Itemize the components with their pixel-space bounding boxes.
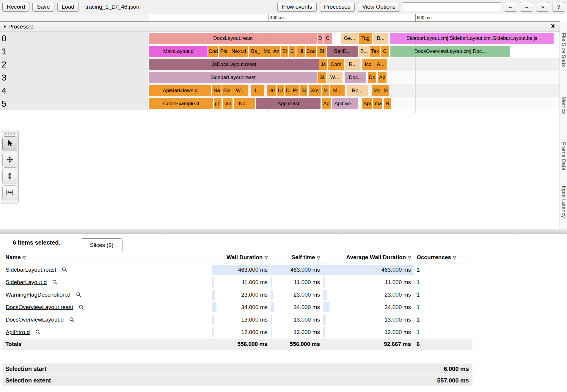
trace-slice[interactable]: Pr bbox=[291, 85, 299, 96]
trace-slice[interactable]: Ima bbox=[373, 98, 382, 109]
trace-slice[interactable]: N bbox=[384, 98, 391, 109]
trace-slice[interactable]: ApiOve... bbox=[332, 98, 358, 109]
trace-slice[interactable]: A... bbox=[374, 59, 387, 70]
trace-slice[interactable]: blo bbox=[223, 98, 233, 109]
trace-slice[interactable]: Hi bbox=[296, 46, 305, 57]
slice-name-link[interactable]: ApiIntro.d bbox=[6, 329, 30, 336]
trace-slice[interactable]: Ge... bbox=[341, 33, 358, 44]
magnifier-icon[interactable] bbox=[76, 292, 82, 298]
trace-slice[interactable]: Bs_ bbox=[249, 46, 262, 57]
trace-slice[interactable]: Ap bbox=[322, 98, 331, 109]
magnifier-icon[interactable] bbox=[78, 304, 84, 310]
magnifier-icon[interactable] bbox=[62, 267, 67, 273]
slice-name-link[interactable]: DocsOverviewLayout.d bbox=[6, 317, 64, 323]
trace-slice[interactable]: D bbox=[318, 33, 323, 44]
trace-slice[interactable]: Url bbox=[267, 85, 276, 96]
trace-slice[interactable]: Ut bbox=[277, 85, 284, 96]
disclosure-triangle-icon[interactable]: ▾ bbox=[4, 24, 6, 29]
vertical-zoom-tool-button[interactable] bbox=[2, 169, 17, 184]
trace-slice[interactable]: M bbox=[322, 85, 329, 96]
sort-icon[interactable]: ▽ bbox=[453, 255, 456, 260]
trace-slice[interactable]: Bl bbox=[281, 46, 288, 57]
trace-slice[interactable]: No... bbox=[234, 98, 255, 109]
trace-slice[interactable]: An bbox=[272, 46, 280, 57]
trace-slice[interactable]: Com bbox=[328, 59, 344, 70]
nav-forward-button[interactable]: → bbox=[520, 2, 533, 12]
record-button[interactable]: Record bbox=[2, 2, 29, 12]
slice-name-link[interactable]: DocsOverviewLayout.reast bbox=[6, 304, 73, 311]
magnifier-icon[interactable] bbox=[35, 329, 41, 335]
trace-slice[interactable]: B... bbox=[373, 33, 388, 44]
header-self-time[interactable]: Self time▽ bbox=[270, 251, 323, 264]
trace-slice[interactable]: Next.d bbox=[229, 46, 248, 57]
trace-slice[interactable]: App.reast bbox=[256, 98, 321, 109]
search-input[interactable] bbox=[403, 2, 501, 11]
slice-name-link[interactable]: SidebarLayout.d bbox=[6, 279, 47, 286]
tab-metrics[interactable]: Metrics bbox=[560, 97, 567, 114]
trace-slice[interactable]: M... bbox=[330, 85, 345, 96]
magnifier-icon[interactable] bbox=[69, 317, 75, 323]
trace-slice[interactable]: SidebarLayout.cmj,SidebarLayout.cmi,Side… bbox=[390, 33, 554, 44]
sort-icon[interactable]: ▽ bbox=[408, 255, 411, 260]
trace-slice[interactable]: Blo bbox=[222, 85, 232, 96]
tab-file-size-stats[interactable]: File Size Stats bbox=[560, 33, 567, 67]
header-occurrences[interactable]: Occurrences▽ bbox=[414, 251, 472, 264]
sort-icon[interactable]: ▽ bbox=[264, 255, 268, 260]
trace-slice[interactable]: D bbox=[285, 85, 291, 96]
nav-more-button[interactable]: » bbox=[536, 2, 549, 12]
help-button[interactable]: ? bbox=[552, 2, 565, 12]
select-tool-button[interactable] bbox=[2, 136, 17, 151]
horizontal-fit-tool-button[interactable] bbox=[2, 185, 17, 200]
table-row[interactable]: DocsOverviewLayout.reast 34.000 ms 34.00… bbox=[2, 301, 472, 314]
trace-slice[interactable]: I... bbox=[251, 85, 264, 96]
palette-grip-handle[interactable] bbox=[4, 132, 16, 135]
trace-slice[interactable]: C bbox=[289, 46, 296, 57]
trace-slice[interactable]: M bbox=[382, 85, 389, 96]
trace-slice[interactable]: Ap bbox=[378, 72, 387, 83]
view-options-button[interactable]: View Options bbox=[358, 2, 400, 12]
trace-slice[interactable]: DocsLayout.reast bbox=[149, 33, 317, 44]
trace-slice[interactable]: Do bbox=[368, 72, 376, 83]
trace-slice[interactable]: W... bbox=[327, 72, 343, 83]
trace-slice[interactable]: Cod bbox=[208, 46, 218, 57]
trace-slice[interactable]: Js bbox=[319, 59, 327, 70]
trace-slice[interactable]: Si bbox=[300, 85, 307, 96]
nav-back-button[interactable]: ← bbox=[504, 2, 517, 12]
trace-slice[interactable]: JsDocsLayout.reast bbox=[149, 59, 319, 70]
slice-name-link[interactable]: SidebarLayout.reast bbox=[6, 267, 56, 273]
header-name[interactable]: Name▽ bbox=[2, 251, 212, 264]
tab-slices[interactable]: Slices (6) bbox=[81, 238, 122, 251]
trace-slice[interactable]: R... bbox=[345, 59, 360, 70]
panel-resize-divider[interactable] bbox=[0, 229, 567, 234]
close-process-icon[interactable]: X bbox=[551, 23, 555, 30]
flow-events-button[interactable]: Flow events bbox=[277, 2, 316, 12]
timeline[interactable]: DocsLayout.reastDCGe...TagB...SidebarLay… bbox=[149, 32, 560, 113]
table-row[interactable]: SidebarLayout.d 11.000 ms 11.000 ms 11.0… bbox=[2, 276, 472, 289]
trace-slice[interactable]: Doc... bbox=[345, 72, 366, 83]
save-button[interactable]: Save bbox=[32, 2, 54, 12]
trace-slice[interactable]: Na bbox=[212, 85, 222, 96]
pan-tool-button[interactable] bbox=[2, 153, 17, 168]
trace-slice[interactable]: CodeExample.d bbox=[149, 98, 213, 109]
table-row[interactable]: DocsOverviewLayout.d 13.000 ms 13.000 ms… bbox=[2, 314, 472, 326]
magnifier-icon[interactable] bbox=[52, 279, 58, 285]
slice-name-link[interactable]: WarningFlagDescription.d bbox=[6, 292, 70, 298]
trace-slice[interactable]: BeltD... bbox=[327, 46, 358, 57]
trace-slice[interactable]: Si bbox=[318, 72, 326, 83]
sort-icon[interactable]: ▽ bbox=[317, 255, 320, 260]
trace-slice[interactable]: DocsOverviewLayout.cmj,Doc... bbox=[390, 46, 510, 57]
tab-input-latency[interactable]: Input Latency bbox=[560, 186, 567, 218]
trace-slice[interactable]: Pla bbox=[219, 46, 229, 57]
trace-slice[interactable]: Me bbox=[372, 85, 382, 96]
process-header[interactable]: ▾ Process 0 X bbox=[0, 22, 560, 32]
trace-slice[interactable]: ApiMarkdown.d bbox=[149, 85, 211, 96]
load-button[interactable]: Load bbox=[57, 2, 79, 12]
trace-slice[interactable]: Cod bbox=[306, 46, 316, 57]
trace-slice[interactable]: C bbox=[323, 33, 332, 44]
trace-slice[interactable]: SidebarLayout.reast bbox=[149, 72, 317, 83]
processes-button[interactable]: Processes bbox=[320, 2, 355, 12]
table-row[interactable]: WarningFlagDescription.d 23.000 ms 23.00… bbox=[2, 289, 472, 301]
trace-slice[interactable]: Xml bbox=[309, 85, 321, 96]
trace-slice[interactable]: B... bbox=[359, 46, 370, 57]
trace-slice[interactable]: ge bbox=[214, 98, 222, 109]
